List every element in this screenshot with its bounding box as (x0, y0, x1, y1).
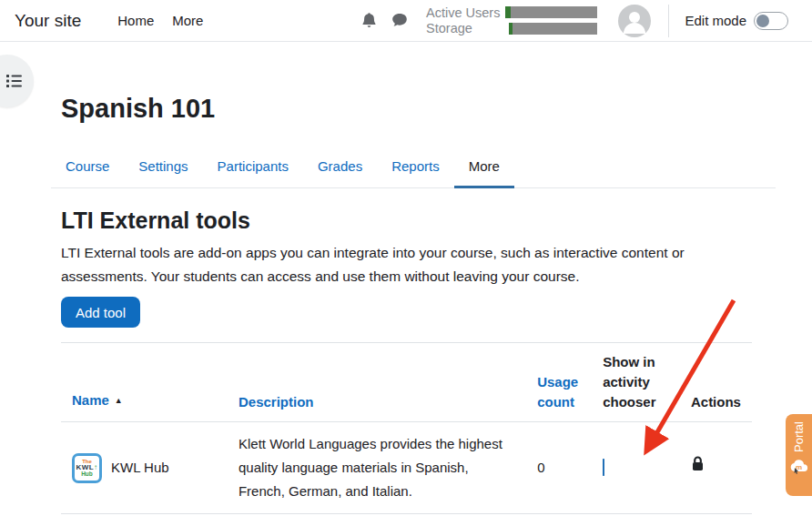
lock-icon (691, 460, 705, 476)
navbar-right: Active Users Storage Edit mode (359, 5, 788, 37)
column-header-show-in-chooser: Show in activity chooser (592, 343, 680, 422)
tab-grades[interactable]: Grades (303, 147, 377, 187)
course-tabs: Course Settings Participants Grades Repo… (51, 147, 776, 188)
site-usage-widget: Active Users Storage (426, 5, 597, 36)
tab-course[interactable]: Course (51, 147, 124, 187)
tool-name: KWL Hub (111, 456, 169, 480)
tab-reports[interactable]: Reports (377, 147, 454, 187)
active-users-bar-fill (505, 6, 510, 18)
top-navbar: Your site Home More Active Users Storage (0, 0, 812, 42)
edit-mode-label: Edit mode (685, 13, 746, 28)
section-description: LTI External tools are add-on apps you c… (61, 241, 698, 288)
column-header-actions: Actions (680, 343, 752, 422)
user-avatar[interactable] (618, 5, 651, 37)
nav-link-home[interactable]: Home (108, 13, 163, 28)
storage-bar (509, 23, 597, 35)
column-header-name[interactable]: Name▲ (61, 343, 228, 422)
tab-participants[interactable]: Participants (203, 147, 303, 187)
active-users-label: Active Users (426, 5, 500, 21)
tab-settings[interactable]: Settings (124, 147, 202, 187)
tool-description: Klett World Languages provides the highe… (228, 422, 526, 514)
portal-side-tab[interactable]: Portal m (786, 414, 812, 496)
bell-icon[interactable] (359, 12, 379, 29)
main-content: Spanish 101 Course Settings Participants… (0, 94, 812, 514)
storage-label: Storage (426, 21, 500, 36)
active-users-bar (505, 6, 597, 18)
portal-label: Portal (792, 421, 806, 452)
page-title: Spanish 101 (61, 94, 751, 123)
nav-link-more[interactable]: More (163, 13, 212, 28)
edit-mode-toggle[interactable] (754, 12, 788, 30)
logo-arrow: ↑ (94, 463, 98, 471)
column-header-description[interactable]: Description (228, 343, 526, 422)
list-icon (6, 74, 22, 88)
cloud-icon: m (789, 458, 809, 478)
storage-bar-fill (509, 23, 513, 35)
site-title: Your site (15, 11, 81, 31)
tool-usage-count: 0 (526, 422, 592, 514)
edit-mode-control: Edit mode (685, 12, 788, 30)
tab-more[interactable]: More (454, 147, 514, 187)
chat-icon[interactable] (390, 13, 410, 28)
navbar-divider (668, 5, 669, 37)
section-heading: LTI External tools (61, 207, 751, 234)
add-tool-button[interactable]: Add tool (61, 297, 140, 328)
kwl-hub-logo: The KWL↑ Hub (72, 453, 102, 483)
column-header-usage-count[interactable]: Usage count (526, 343, 592, 422)
sort-asc-icon: ▲ (115, 396, 123, 405)
table-header-row: Name▲ Description Usage count Show in ac… (61, 343, 752, 422)
show-in-chooser-toggle[interactable] (603, 459, 604, 476)
external-tools-table: Name▲ Description Usage count Show in ac… (61, 342, 752, 514)
table-row: The KWL↑ Hub KWL Hub Klett World Languag… (61, 422, 752, 514)
